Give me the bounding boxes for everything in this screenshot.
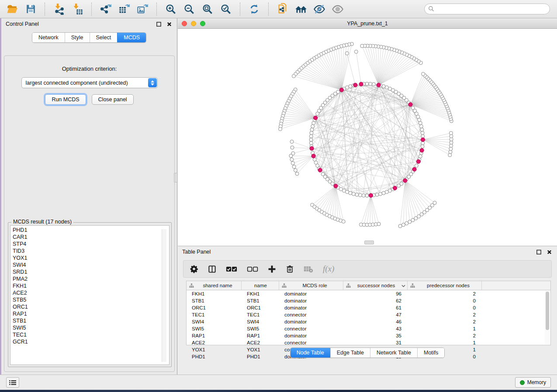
show-details-icon[interactable] <box>330 2 346 17</box>
table-scrollbar-thumb[interactable] <box>546 292 549 330</box>
table-cell[interactable]: dominator <box>279 318 343 325</box>
tab-node-table[interactable]: Node Table <box>291 348 330 358</box>
mcds-result-item[interactable]: CAR1 <box>13 234 169 241</box>
table-row[interactable]: FKH1FKH1dominator962 <box>187 290 550 297</box>
table-cell[interactable]: STB1 <box>187 297 242 304</box>
table-cell[interactable]: 35 <box>343 332 408 339</box>
mcds-result-item[interactable]: TID3 <box>13 248 169 254</box>
table-cell[interactable]: 96 <box>343 290 408 297</box>
export-image-icon[interactable] <box>135 2 150 17</box>
column-header-mcds-role[interactable]: MCDS role <box>279 281 343 290</box>
table-cell[interactable]: dominator <box>279 297 343 304</box>
table-cell[interactable]: connector <box>279 339 343 346</box>
home-pair-icon[interactable] <box>293 2 309 17</box>
mcds-result-item[interactable]: FKH1 <box>13 282 169 289</box>
table-scrollbar[interactable] <box>545 291 550 344</box>
table-cell[interactable]: SWI4 <box>187 318 242 325</box>
mcds-result-item[interactable]: STP4 <box>13 241 169 248</box>
close-panel-icon[interactable] <box>166 21 173 28</box>
memory-button[interactable]: Memory <box>515 377 551 388</box>
split-columns-icon[interactable] <box>208 265 216 273</box>
table-cell[interactable]: 43 <box>343 325 408 332</box>
vertical-splitter-grip[interactable] <box>174 173 178 182</box>
table-cell[interactable]: FKH1 <box>242 290 279 297</box>
float-panel-icon[interactable] <box>535 248 542 255</box>
tab-network[interactable]: Network <box>32 33 65 42</box>
mcds-result-item[interactable]: SWI4 <box>13 261 169 268</box>
mcds-result-item[interactable]: ORC1 <box>13 303 169 310</box>
column-header-successor-nodes[interactable]: successor nodes <box>343 281 408 290</box>
mcds-result-item[interactable]: SRD1 <box>13 268 169 275</box>
table-row[interactable]: SWI5SWI5connector431 <box>187 325 550 332</box>
task-history-button[interactable] <box>6 377 19 388</box>
table-cell[interactable]: 0 <box>408 297 482 304</box>
hide-details-icon[interactable] <box>311 2 327 17</box>
mcds-result-item[interactable]: STB1 <box>13 317 169 324</box>
gear-icon[interactable] <box>190 265 198 273</box>
mcds-result-item[interactable]: YOX1 <box>13 254 169 261</box>
table-cell[interactable]: FKH1 <box>187 290 242 297</box>
close-panel-button[interactable]: Close panel <box>92 94 134 105</box>
table-cell[interactable]: ACE2 <box>242 339 279 346</box>
table-cell[interactable]: 46 <box>343 318 408 325</box>
mcds-list-scrollbar[interactable] <box>162 229 166 362</box>
table-cell[interactable]: 61 <box>343 304 408 311</box>
table-cell[interactable]: 47 <box>343 311 408 318</box>
table-cell[interactable]: ORC1 <box>242 304 279 311</box>
column-header-shared-name[interactable]: shared name <box>187 281 242 290</box>
table-row[interactable]: TEC1TEC1connector472 <box>187 311 550 318</box>
table-cell[interactable]: 62 <box>343 297 408 304</box>
table-cell[interactable]: 31 <box>343 339 408 346</box>
column-header-predecessor-nodes[interactable]: predecessor nodes <box>408 281 482 290</box>
tab-edge-table[interactable]: Edge Table <box>330 348 370 358</box>
mcds-result-item[interactable]: PHD1 <box>13 227 169 234</box>
table-cell[interactable]: TEC1 <box>242 311 279 318</box>
tab-network-table[interactable]: Network Table <box>370 348 417 358</box>
table-cell[interactable]: RAP1 <box>187 332 242 339</box>
export-network-icon[interactable] <box>98 2 114 17</box>
share-session-icon[interactable] <box>275 2 291 17</box>
close-panel-icon[interactable] <box>546 248 553 255</box>
table-cell[interactable]: 2 <box>408 332 482 339</box>
zoom-out-icon[interactable] <box>181 2 197 17</box>
mcds-result-item[interactable]: PMA2 <box>13 275 169 282</box>
table-row[interactable]: ACE2ACE2connector311 <box>187 339 550 346</box>
table-cell[interactable]: dominator <box>279 304 343 311</box>
table-cell[interactable]: 1 <box>408 325 482 332</box>
horizontal-splitter-grip[interactable] <box>364 241 374 244</box>
mcds-result-item[interactable]: RAP1 <box>13 310 169 317</box>
mcds-result-item[interactable]: STB5 <box>13 296 169 303</box>
float-panel-icon[interactable] <box>155 21 162 28</box>
import-network-icon[interactable] <box>51 2 67 17</box>
select-all-icon[interactable] <box>226 266 237 272</box>
table-cell[interactable]: 0 <box>408 304 482 311</box>
deselect-all-icon[interactable] <box>247 266 258 272</box>
table-row[interactable]: RAP1RAP1dominator352 <box>187 332 550 339</box>
table-cell[interactable]: 2 <box>408 311 482 318</box>
table-cell[interactable]: dominator <box>279 290 343 297</box>
table-cell[interactable]: 2 <box>408 290 482 297</box>
table-cell[interactable]: SWI4 <box>242 318 279 325</box>
import-table-icon[interactable] <box>69 2 85 17</box>
tab-select[interactable]: Select <box>90 33 118 42</box>
table-cell[interactable]: dominator <box>279 332 343 339</box>
table-cell[interactable]: 1 <box>408 339 482 346</box>
column-header-name[interactable]: name <box>242 281 279 290</box>
table-cell[interactable]: ORC1 <box>187 304 242 311</box>
run-mcds-button[interactable]: Run MCDS <box>45 94 86 105</box>
export-table-icon[interactable] <box>116 2 132 17</box>
network-canvas[interactable] <box>178 29 557 246</box>
search-input[interactable] <box>424 3 550 14</box>
open-folder-icon[interactable] <box>4 2 20 17</box>
zoom-in-icon[interactable] <box>163 2 179 17</box>
mcds-result-item[interactable]: GCR1 <box>13 338 169 345</box>
tab-style[interactable]: Style <box>65 33 90 42</box>
table-row[interactable]: STB1STB1dominator620 <box>187 297 550 304</box>
table-cell[interactable]: 2 <box>408 318 482 325</box>
table-cell[interactable]: RAP1 <box>242 332 279 339</box>
table-cell[interactable]: TEC1 <box>187 311 242 318</box>
zoom-selected-icon[interactable] <box>218 2 234 17</box>
table-cell[interactable]: STB1 <box>242 297 279 304</box>
mcds-result-item[interactable]: ACE2 <box>13 289 169 296</box>
add-column-icon[interactable] <box>268 265 276 273</box>
